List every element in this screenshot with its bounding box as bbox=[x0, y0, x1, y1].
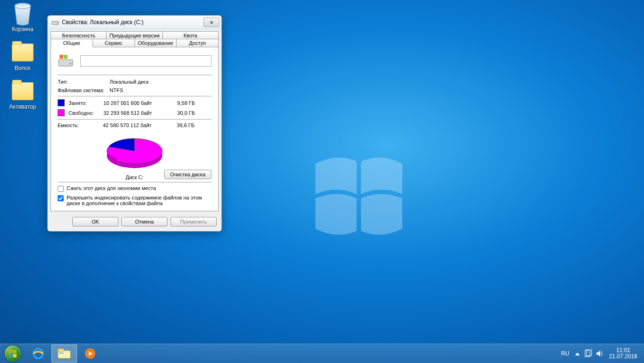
tab-general[interactable]: Общие bbox=[51, 39, 93, 47]
svg-rect-14 bbox=[9, 354, 12, 357]
svg-rect-18 bbox=[58, 349, 64, 352]
titlebar[interactable]: Свойства: Локальный диск (C:) ✕ bbox=[48, 16, 221, 29]
media-player-icon bbox=[84, 347, 96, 360]
free-label: Свободно: bbox=[68, 110, 103, 116]
ie-icon bbox=[32, 347, 45, 360]
tab-hardware[interactable]: Оборудование bbox=[135, 39, 177, 47]
language-indicator[interactable]: RU bbox=[558, 350, 573, 357]
taskbar[interactable]: RU 11:01 21.07.2016 bbox=[0, 344, 644, 363]
tray-overflow-icon[interactable] bbox=[575, 350, 581, 357]
used-label: Занято: bbox=[68, 100, 103, 106]
svg-rect-19 bbox=[59, 353, 64, 354]
used-color-swatch bbox=[58, 99, 65, 106]
capacity-label: Емкость: bbox=[58, 122, 103, 128]
svg-rect-12 bbox=[9, 350, 12, 353]
tab-previous-versions[interactable]: Предыдущие версии bbox=[107, 31, 162, 39]
desktop-icons: Корзина Bonus Активатор bbox=[5, 2, 41, 110]
filesystem-label: Файловая система: bbox=[58, 87, 110, 93]
free-bytes: 32 293 568 512 байт bbox=[103, 110, 169, 116]
taskbar-explorer[interactable] bbox=[51, 345, 77, 363]
action-center-icon[interactable] bbox=[584, 349, 593, 358]
index-checkbox[interactable] bbox=[58, 195, 64, 201]
tab-quota[interactable]: Квота bbox=[163, 31, 219, 39]
index-label: Разрешить индексировать содержимое файло… bbox=[67, 195, 212, 206]
volume-icon[interactable] bbox=[595, 349, 604, 358]
svg-rect-15 bbox=[13, 354, 17, 357]
clock-date: 21.07.2016 bbox=[609, 354, 637, 360]
tab-security[interactable]: Безопасность bbox=[51, 31, 107, 39]
tab-strip: Безопасность Предыдущие версии Квота Общ… bbox=[48, 29, 221, 47]
taskbar-media-player[interactable] bbox=[77, 345, 103, 363]
ok-button[interactable]: OK bbox=[72, 217, 119, 226]
cancel-button[interactable]: Отмена bbox=[121, 217, 168, 226]
drive-icon bbox=[51, 18, 59, 26]
svg-point-16 bbox=[34, 349, 43, 358]
type-label: Тип: bbox=[58, 79, 110, 85]
dialog-buttons: OK Отмена Применить bbox=[48, 214, 221, 231]
free-color-swatch bbox=[58, 109, 65, 116]
svg-rect-7 bbox=[64, 55, 68, 59]
recycle-bin-icon[interactable]: Корзина bbox=[5, 2, 41, 33]
used-gb: 9,58 ГБ bbox=[169, 100, 195, 106]
folder-activator[interactable]: Активатор bbox=[5, 80, 41, 110]
start-button[interactable] bbox=[0, 344, 25, 363]
folder-bonus[interactable]: Bonus bbox=[5, 41, 41, 71]
svg-rect-5 bbox=[69, 63, 71, 64]
svg-rect-13 bbox=[13, 350, 17, 353]
capacity-bytes: 42 580 570 112 байт bbox=[103, 122, 169, 128]
tab-sharing[interactable]: Доступ bbox=[177, 39, 219, 47]
svg-rect-3 bbox=[57, 23, 58, 23]
filesystem-value: NTFS bbox=[110, 87, 123, 93]
tab-tools[interactable]: Сервис bbox=[93, 39, 135, 47]
free-gb: 30,0 ГБ bbox=[169, 110, 195, 116]
icon-label: Корзина bbox=[12, 26, 34, 33]
index-checkbox-row[interactable]: Разрешить индексировать содержимое файло… bbox=[58, 195, 212, 206]
folder-icon bbox=[11, 80, 34, 103]
bin-icon bbox=[11, 2, 34, 25]
window-title: Свойства: Локальный диск (C:) bbox=[62, 19, 203, 26]
compress-checkbox-row[interactable]: Сжать этот диск для экономии места bbox=[58, 185, 212, 192]
volume-name-input[interactable] bbox=[80, 55, 212, 67]
icon-label: Активатор bbox=[9, 104, 36, 110]
apply-button[interactable]: Применить bbox=[170, 217, 217, 226]
capacity-gb: 39,6 ГБ bbox=[169, 122, 195, 128]
taskbar-ie[interactable] bbox=[25, 345, 51, 363]
compress-label: Сжать этот диск для экономии места bbox=[67, 185, 156, 191]
general-panel: Тип:Локальный диск Файловая система:NTFS… bbox=[51, 47, 219, 211]
drive-large-icon bbox=[58, 53, 74, 69]
svg-rect-6 bbox=[59, 55, 63, 59]
clock[interactable]: 11:01 21.07.2016 bbox=[605, 347, 641, 360]
compress-checkbox[interactable] bbox=[58, 186, 64, 192]
folder-icon bbox=[11, 41, 34, 64]
start-orb-icon bbox=[5, 346, 21, 362]
close-button[interactable]: ✕ bbox=[203, 17, 220, 27]
disk-label: Диск C: bbox=[126, 174, 144, 180]
properties-window: Свойства: Локальный диск (C:) ✕ Безопасн… bbox=[47, 15, 222, 232]
desktop[interactable]: Корзина Bonus Активатор Свойства: Локаль… bbox=[0, 0, 644, 363]
usage-pie-chart: Диск C: bbox=[58, 131, 212, 180]
svg-marker-22 bbox=[575, 353, 580, 355]
svg-marker-25 bbox=[596, 350, 600, 357]
type-value: Локальный диск bbox=[110, 79, 149, 85]
wallpaper-logo bbox=[293, 142, 425, 251]
explorer-icon bbox=[57, 348, 71, 359]
system-tray: RU 11:01 21.07.2016 bbox=[558, 344, 644, 363]
icon-label: Bonus bbox=[15, 65, 31, 71]
used-bytes: 10 287 001 600 байт bbox=[103, 100, 169, 106]
